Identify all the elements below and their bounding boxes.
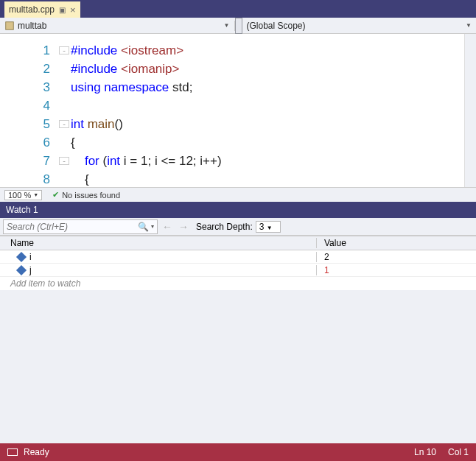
header-name[interactable]: Name [0,238,317,248]
code-line[interactable]: -#include <iostream> [59,41,464,60]
outline-toggle-icon[interactable]: - [59,120,69,128]
issues-text: No issues found [62,191,120,200]
depth-label: Search Depth: [196,222,253,232]
table-row[interactable]: i2 [0,250,476,264]
variable-icon [16,251,27,261]
depth-select[interactable]: 3 ▼ [256,221,281,233]
code-line[interactable]: { [59,170,464,187]
status-state: Ready [24,447,49,457]
file-tab[interactable]: multtab.cpp ▣ × [4,1,80,18]
zoom-text: 100 % [8,191,31,200]
watch-title: Watch 1 [6,205,38,215]
code-area[interactable]: -#include <iostream>#include <iomanip>us… [59,34,464,187]
code-line[interactable]: -int main() [59,115,464,133]
outline-toggle-icon[interactable]: - [59,46,69,54]
nav-left-dropdown[interactable]: multtab ▼ [0,21,235,31]
splitter[interactable] [235,18,242,34]
code-editor[interactable]: ➔ 12345678910111213 -#include <iostream>… [0,34,476,187]
zoom-level[interactable]: 100 % ▼ [4,190,42,200]
navigation-bar: multtab ▼ (Global Scope) ▼ [0,18,476,34]
outline-toggle-icon[interactable]: - [59,157,69,165]
code-line[interactable]: #include <iomanip> [59,60,464,78]
watch-table: Name Value i2j1 Add item to watch [0,236,476,290]
table-row[interactable]: j1 [0,264,476,277]
status-line: Ln 10 [414,447,436,457]
var-name: j [29,265,32,275]
tab-bar: multtab.cpp ▣ × [0,0,476,18]
chevron-down-icon: ▼ [33,192,38,197]
search-input[interactable] [7,222,138,232]
file-type-icon [4,21,15,31]
status-bar: Ready Ln 10 Col 1 [0,443,476,461]
nav-left-text: multtab [18,21,224,31]
code-line[interactable]: - for (int i = 1; i <= 12; i++) [59,152,464,170]
add-watch-item[interactable]: Add item to watch [0,277,476,290]
watch-panel-header[interactable]: Watch 1 [0,202,476,218]
chevron-down-icon[interactable]: ▾ [151,223,154,230]
check-icon: ✔ [52,190,59,200]
chevron-down-icon: ▼ [224,22,230,29]
panel-empty-area [0,290,476,443]
var-value: 2 [317,252,476,262]
code-line[interactable]: { [59,133,464,152]
editor-footer: 100 % ▼ ✔ No issues found [0,187,476,202]
variable-icon [16,264,27,275]
status-icon [7,448,18,456]
line-numbers: 12345678910111213 [22,34,59,187]
var-name: i [29,252,32,262]
nav-right-dropdown[interactable]: (Global Scope) ▼ [242,21,477,31]
var-value: 1 [317,265,476,275]
close-icon[interactable]: × [70,4,76,15]
nav-forward-icon[interactable]: → [177,221,190,233]
search-icon[interactable]: 🔍 [138,222,149,232]
tab-filename: multtab.cpp [9,4,55,15]
glyph-margin[interactable]: ➔ [0,34,22,187]
nav-right-text: (Global Scope) [247,21,466,31]
header-value[interactable]: Value [317,238,476,248]
code-line[interactable] [59,96,464,115]
pin-icon[interactable]: ▣ [59,6,66,14]
vertical-scrollbar[interactable] [464,34,476,187]
table-header: Name Value [0,236,476,250]
chevron-down-icon: ▼ [466,22,472,29]
svg-rect-0 [6,21,14,29]
status-col: Col 1 [448,447,469,457]
watch-toolbar: 🔍 ▾ ← → Search Depth: 3 ▼ [0,218,476,236]
nav-back-icon[interactable]: ← [161,221,174,233]
code-line[interactable]: using namespace std; [59,78,464,96]
watch-search-box[interactable]: 🔍 ▾ [3,219,158,234]
